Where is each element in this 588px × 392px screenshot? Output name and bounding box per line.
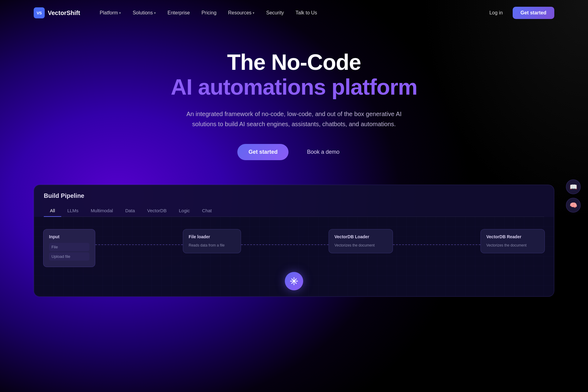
pipeline-title: Build Pipeline: [44, 192, 544, 199]
node-file-loader-label: File loader: [189, 234, 235, 239]
tab-all[interactable]: All: [44, 205, 61, 217]
nav-item-talk[interactable]: Talk to Us: [291, 8, 322, 18]
hero-title-line2: AI automations platform: [171, 74, 417, 100]
hero-section: The No-Code AI automations platform An i…: [0, 26, 588, 179]
connector-2: [241, 244, 329, 245]
nav-item-pricing[interactable]: Pricing: [197, 8, 221, 18]
node-input-label: Input: [49, 234, 89, 239]
chevron-down-icon: ▾: [253, 11, 254, 15]
nav-links: Platform ▾ Solutions ▾ Enterprise Pricin…: [95, 8, 470, 18]
pipeline-center-icon: [285, 272, 303, 290]
nav-item-security[interactable]: Security: [261, 8, 289, 18]
book-demo-button[interactable]: Book a demo: [296, 144, 350, 160]
get-started-hero-button[interactable]: Get started: [237, 144, 288, 160]
navbar: VS VectorShift Platform ▾ Solutions ▾ En…: [0, 0, 588, 26]
nav-item-resources[interactable]: Resources ▾: [223, 8, 259, 18]
connector-1: [95, 244, 183, 245]
node-vectordb-loader-label: VectorDB Loader: [334, 234, 387, 239]
pipeline-header: Build Pipeline All LLMs Multimodal Data …: [34, 185, 554, 217]
hero-title-line1: The No-Code: [171, 50, 417, 74]
tab-chat[interactable]: Chat: [196, 205, 218, 217]
node-vectordb-loader: VectorDB Loader Vectorizes the document: [329, 229, 393, 253]
nav-item-enterprise[interactable]: Enterprise: [163, 8, 195, 18]
node-vectordb-reader-label: VectorDB Reader: [486, 234, 539, 239]
chevron-down-icon: ▾: [119, 11, 121, 15]
node-file-loader: File loader Reads data from a file: [183, 229, 241, 253]
login-button[interactable]: Log in: [482, 7, 510, 19]
tab-logic[interactable]: Logic: [173, 205, 196, 217]
tab-vectordb[interactable]: VectorDB: [141, 205, 173, 217]
logo-link[interactable]: VS VectorShift: [34, 7, 80, 18]
pipeline-tabs: All LLMs Multimodal Data VectorDB Logic …: [44, 205, 544, 217]
node-vectordb-reader-desc: Vectorizes the document: [486, 243, 539, 248]
node-file-loader-desc: Reads data from a file: [189, 243, 235, 248]
pipeline-panel: Build Pipeline All LLMs Multimodal Data …: [34, 185, 554, 297]
get-started-nav-button[interactable]: Get started: [513, 7, 554, 19]
logo-icon: VS: [34, 7, 45, 18]
tab-llms[interactable]: LLMs: [61, 205, 85, 217]
widget-book[interactable]: 📖: [566, 179, 581, 194]
floating-widgets: 📖 🧠: [566, 179, 581, 213]
tab-multimodal[interactable]: Multimodal: [85, 205, 119, 217]
pipeline-nodes: Input File Upload file File loader Reads…: [43, 229, 545, 267]
nav-item-solutions[interactable]: Solutions ▾: [128, 8, 161, 18]
hero-title: The No-Code AI automations platform: [171, 50, 417, 109]
hero-subtitle: An integrated framework of no-code, low-…: [184, 109, 404, 129]
node-input: Input File Upload file: [43, 229, 95, 267]
hero-buttons: Get started Book a demo: [237, 144, 350, 160]
node-vectordb-reader: VectorDB Reader Vectorizes the document: [481, 229, 545, 253]
node-vectordb-loader-desc: Vectorizes the document: [334, 243, 387, 248]
tab-data[interactable]: Data: [119, 205, 141, 217]
brain-circuit-icon: [290, 277, 298, 285]
chevron-down-icon: ▾: [154, 11, 156, 15]
widget-brain[interactable]: 🧠: [566, 198, 581, 213]
pipeline-canvas: Input File Upload file File loader Reads…: [34, 217, 554, 296]
connector-3: [393, 244, 481, 245]
node-input-row-upload: Upload file: [49, 252, 89, 261]
node-input-row-file: File: [49, 243, 89, 251]
nav-item-platform[interactable]: Platform ▾: [95, 8, 126, 18]
logo-text: VectorShift: [48, 9, 80, 17]
nav-right: Log in Get started: [482, 7, 554, 19]
